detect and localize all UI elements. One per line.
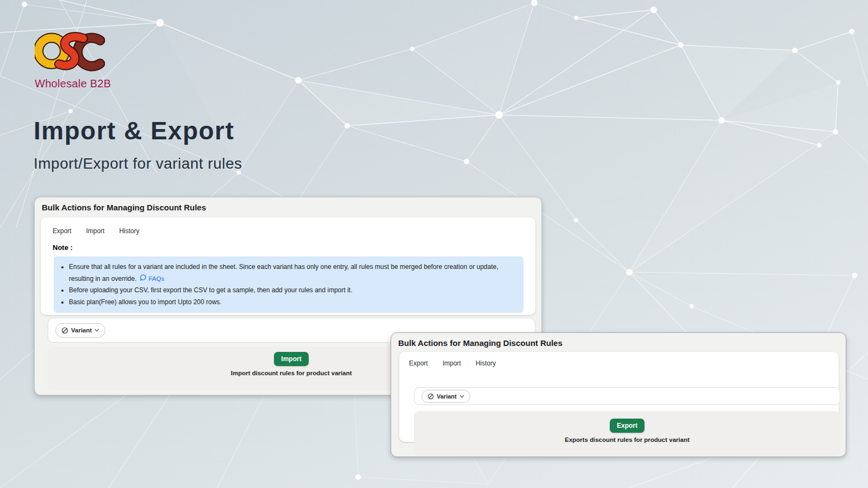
brand: Wholesale B2B bbox=[35, 30, 111, 90]
tab-import[interactable]: Import bbox=[86, 227, 105, 235]
chat-bubble-icon bbox=[140, 274, 147, 281]
variant-label: Variant bbox=[437, 393, 457, 400]
tab-export[interactable]: Export bbox=[409, 359, 428, 367]
export-card-tabs: Export Import History bbox=[399, 352, 839, 367]
note-bullet: Ensure that all rules for a variant are … bbox=[69, 261, 516, 285]
brand-tagline: Wholesale B2B bbox=[35, 78, 111, 90]
tab-history[interactable]: History bbox=[119, 227, 139, 235]
note-bullet: Before uploading your CSV, first export … bbox=[69, 285, 516, 297]
variant-dropdown[interactable]: Variant bbox=[55, 323, 105, 338]
note-bullet: Basic plan(Free) allows you to import Up… bbox=[69, 297, 516, 309]
import-card-panel: Export Import History Note : Ensure that… bbox=[41, 217, 535, 315]
import-card-tabs: Export Import History bbox=[41, 217, 535, 235]
variant-dropdown[interactable]: Variant bbox=[422, 390, 470, 403]
import-caption: Import discount rules for product varian… bbox=[231, 370, 352, 376]
export-card-panel: Export Import History Variant Export Exp… bbox=[399, 352, 839, 442]
variant-icon bbox=[427, 393, 434, 400]
tab-export[interactable]: Export bbox=[53, 227, 72, 235]
chevron-down-icon bbox=[94, 329, 99, 332]
import-button[interactable]: Import bbox=[274, 352, 308, 366]
export-caption: Exports discount rules for product varia… bbox=[565, 436, 690, 443]
export-card: Bulk Actions for Managing Discount Rules… bbox=[391, 332, 846, 457]
variant-selector-bar: Variant bbox=[414, 387, 840, 405]
variant-icon bbox=[61, 327, 68, 334]
chevron-down-icon bbox=[459, 395, 464, 398]
osc-logo-icon bbox=[35, 30, 110, 73]
export-action-zone: Export Exports discount rules for produc… bbox=[414, 411, 840, 457]
variant-label: Variant bbox=[71, 327, 92, 333]
note-label: Note : bbox=[53, 243, 535, 252]
export-card-title: Bulk Actions for Managing Discount Rules bbox=[391, 333, 846, 348]
import-card-title: Bulk Actions for Managing Discount Rules bbox=[35, 197, 541, 212]
note-info-box: Ensure that all rules for a variant are … bbox=[54, 256, 524, 313]
page-title: Import & Export bbox=[34, 116, 242, 145]
faqs-link[interactable]: FAQs bbox=[140, 275, 164, 282]
tab-history[interactable]: History bbox=[476, 359, 496, 367]
tab-import[interactable]: Import bbox=[443, 359, 461, 367]
export-button[interactable]: Export bbox=[610, 419, 644, 433]
page-subtitle: Import/Export for variant rules bbox=[34, 155, 242, 172]
